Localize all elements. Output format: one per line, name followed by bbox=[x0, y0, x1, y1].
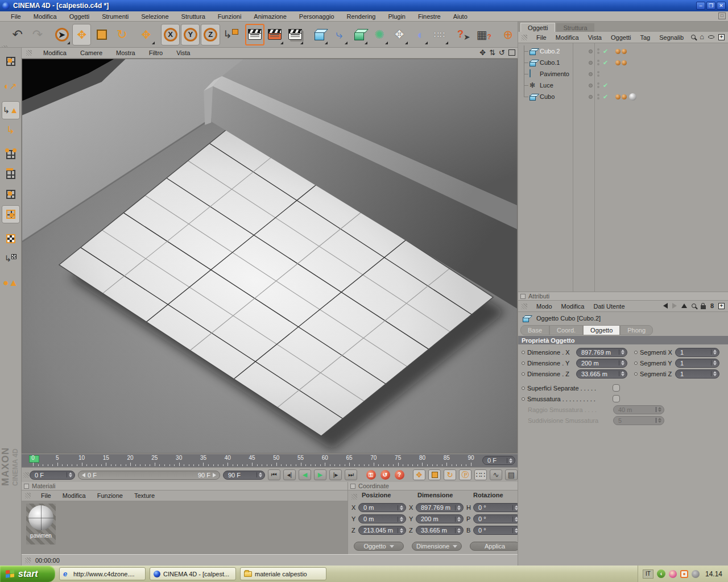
link-icon[interactable]: 8 bbox=[710, 302, 714, 309]
vp-menu-camere[interactable]: Camere bbox=[73, 48, 109, 57]
tab-coord[interactable]: Coord. bbox=[549, 325, 583, 335]
volume-icon[interactable] bbox=[692, 570, 700, 578]
enabled-check-icon[interactable]: ✔ bbox=[603, 59, 610, 66]
dim-z-input[interactable]: 33.665 m bbox=[416, 526, 464, 535]
menu-file[interactable]: File bbox=[5, 12, 27, 21]
om-menu-segnalib[interactable]: Segnalib bbox=[655, 33, 688, 42]
menu-modifica[interactable]: Modifica bbox=[27, 12, 63, 21]
keyframe-options-button[interactable]: ? bbox=[394, 469, 405, 480]
rot-h-input[interactable]: 0 ° bbox=[473, 503, 521, 512]
lock-y-axis[interactable]: Y bbox=[181, 24, 200, 45]
axis-mode-button[interactable]: ↳▲ bbox=[2, 101, 20, 119]
coordinates-title-bar[interactable]: Coordinate bbox=[348, 482, 518, 490]
material-tag-icon[interactable] bbox=[615, 60, 621, 65]
enabled-check-icon[interactable]: ✔ bbox=[603, 82, 610, 89]
points-mode-button[interactable] bbox=[2, 146, 20, 164]
render-view-button[interactable] bbox=[245, 24, 264, 45]
mat-menu-file[interactable]: File bbox=[35, 491, 57, 500]
enabled-check-icon[interactable]: ✔ bbox=[603, 48, 610, 55]
parent-object-icon[interactable] bbox=[681, 304, 687, 308]
expand-panel-icon[interactable]: + bbox=[718, 34, 725, 40]
menu-finestre[interactable]: Finestre bbox=[412, 12, 447, 21]
object-row-luce[interactable]: ✻ Luce ✔ bbox=[518, 80, 728, 91]
material-tag-icon[interactable] bbox=[622, 49, 627, 54]
rotate-tool[interactable]: ↻ bbox=[113, 24, 131, 45]
status-grip[interactable] bbox=[25, 558, 31, 563]
home-icon[interactable]: ⌂ bbox=[700, 34, 704, 40]
object-axis-mode-button[interactable]: ↳ bbox=[2, 121, 20, 139]
record-rotation-toggle[interactable]: ↻ bbox=[444, 469, 456, 480]
record-parameter-toggle[interactable]: Ⓟ bbox=[459, 469, 471, 480]
object-row-cubo1[interactable]: Cubo.1 ✔ bbox=[518, 57, 728, 68]
vp-menu-filtro[interactable]: Filtro bbox=[142, 48, 169, 57]
taskbar-task-browser[interactable]: e http://www.c4dzone.... bbox=[59, 567, 146, 580]
tab-struttura[interactable]: Struttura bbox=[556, 23, 594, 32]
vp-menu-modifica[interactable]: Modifica bbox=[36, 48, 73, 57]
prev-key-button[interactable]: ◂| bbox=[283, 469, 296, 480]
render-dots-icon[interactable] bbox=[597, 60, 599, 65]
visibility-dot-icon[interactable] bbox=[589, 95, 593, 99]
history-forward-icon[interactable] bbox=[672, 303, 677, 309]
viewport-pan-icon[interactable]: ✥ bbox=[479, 48, 486, 57]
taskbar-task-folder[interactable]: materiale calpestio bbox=[240, 567, 326, 580]
tab-base[interactable]: Base bbox=[520, 325, 549, 335]
range-right-arrow-icon[interactable] bbox=[213, 473, 216, 477]
menu-plugin[interactable]: Plugin bbox=[382, 12, 412, 21]
coordinate-system-toggle[interactable]: ↳ bbox=[221, 24, 240, 45]
texture-mode-button[interactable] bbox=[2, 205, 20, 223]
rot-b-input[interactable]: 0 ° bbox=[473, 526, 521, 535]
superfici-checkbox[interactable] bbox=[613, 384, 620, 392]
history-back-icon[interactable] bbox=[663, 303, 668, 309]
lock-z-axis[interactable]: Z bbox=[201, 24, 220, 45]
model-mode-button[interactable]: ◐↗ bbox=[2, 77, 20, 95]
record-position-toggle[interactable]: ✥ bbox=[413, 469, 425, 480]
param-dot-icon[interactable] bbox=[522, 386, 525, 390]
autokey-button[interactable]: ↺ bbox=[379, 469, 391, 480]
minimize-button[interactable]: – bbox=[696, 2, 705, 10]
param-dot-icon[interactable] bbox=[634, 372, 638, 376]
expand-panel-icon[interactable]: + bbox=[718, 303, 725, 309]
render-menu-button[interactable] bbox=[286, 24, 304, 45]
dim-y-field[interactable]: 200 m bbox=[576, 359, 627, 368]
coordinates-grip[interactable] bbox=[351, 494, 357, 500]
render-dots-icon[interactable] bbox=[597, 71, 599, 77]
vp-menu-mostra[interactable]: Mostra bbox=[109, 48, 142, 57]
sound-toggle[interactable]: ∿ bbox=[490, 469, 502, 480]
eye-icon[interactable] bbox=[708, 35, 714, 39]
render-dots-icon[interactable] bbox=[597, 82, 599, 88]
om-menu-vista[interactable]: Vista bbox=[584, 33, 606, 42]
restore-button[interactable]: ❐ bbox=[706, 2, 715, 10]
mat-menu-modifica[interactable]: Modifica bbox=[57, 491, 92, 500]
dim-y-input[interactable]: 200 m bbox=[416, 514, 464, 523]
menu-personaggio[interactable]: Personaggio bbox=[293, 12, 341, 21]
object-row-cubo[interactable]: Cubo ✔ bbox=[518, 91, 728, 102]
dim-z-field[interactable]: 33.665 m bbox=[576, 369, 627, 379]
browser-button[interactable]: ⊕ bbox=[499, 24, 518, 45]
viewport-3d[interactable] bbox=[22, 59, 518, 454]
tray-app-icon[interactable] bbox=[680, 570, 688, 578]
current-frame-input[interactable]: 0 F bbox=[30, 471, 75, 480]
attr-menu-modo[interactable]: Modo bbox=[532, 302, 557, 311]
attr-grip[interactable] bbox=[522, 304, 527, 309]
record-scale-toggle[interactable] bbox=[428, 469, 441, 480]
param-dot-icon[interactable] bbox=[522, 351, 525, 354]
om-menu-oggetti[interactable]: Oggetti bbox=[606, 33, 635, 42]
material-tag-icon[interactable] bbox=[622, 94, 627, 99]
menu-selezione[interactable]: Selezione bbox=[135, 12, 175, 21]
seg-x-field[interactable]: 1 bbox=[675, 348, 719, 357]
material-tag-icon[interactable] bbox=[615, 49, 621, 54]
properties-section-header[interactable]: Proprietà Oggetto bbox=[518, 336, 728, 344]
make-editable-button[interactable] bbox=[2, 52, 20, 70]
preview-range-slider[interactable]: 0 F 90 F bbox=[78, 471, 220, 480]
visibility-dot-icon[interactable] bbox=[589, 61, 593, 65]
play-forward-button[interactable]: ▶ bbox=[314, 469, 326, 480]
object-name[interactable]: Pavimento bbox=[540, 70, 589, 77]
om-menu-modifica[interactable]: Modifica bbox=[551, 33, 584, 42]
timeline-ruler[interactable]: 051015202530354045505560657075808590 0 F bbox=[22, 454, 518, 467]
uv-axis-mode-button[interactable]: ↳ bbox=[2, 250, 20, 268]
display-filter-button[interactable]: ●▲ bbox=[2, 274, 20, 292]
materials-grip[interactable] bbox=[25, 493, 31, 498]
hide-icons-chevron[interactable]: ‹ bbox=[657, 569, 665, 578]
tab-oggetti[interactable]: Oggetti bbox=[520, 23, 555, 32]
param-dot-icon[interactable] bbox=[522, 397, 525, 401]
